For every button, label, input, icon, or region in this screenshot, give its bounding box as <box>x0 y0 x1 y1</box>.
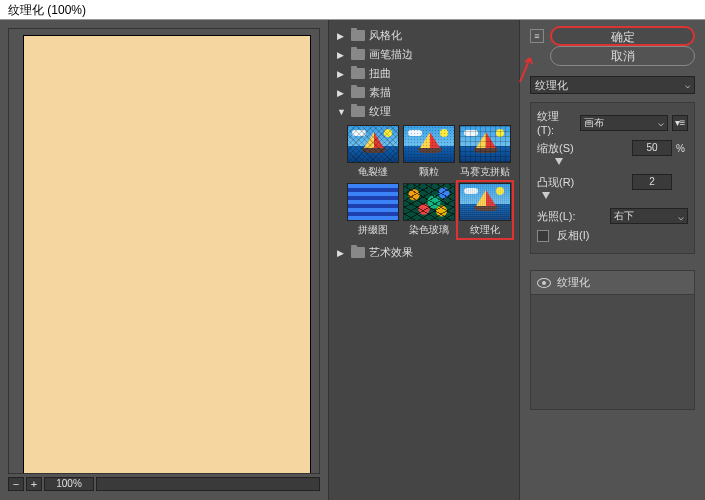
folder-icon <box>351 87 365 98</box>
relief-slider[interactable] <box>537 192 688 202</box>
chevron-down-icon: ⌵ <box>685 80 690 90</box>
category-sketch[interactable]: ▶素描 <box>333 83 515 102</box>
invert-label: 反相(I) <box>557 228 589 243</box>
texture-select[interactable]: 画布 ⌵ <box>580 115 668 131</box>
filter-select[interactable]: 纹理化 ⌵ <box>530 76 695 94</box>
folder-icon <box>351 247 365 258</box>
folder-icon <box>351 106 365 117</box>
main-area: − + 100% ▶风格化 ▶画笔描边 ▶扭曲 ▶素描 ▼纹理 龟裂缝 颗粒 马… <box>0 20 705 500</box>
thumb-label: 拼缀图 <box>347 223 399 237</box>
scale-label: 缩放(S) <box>537 141 628 156</box>
visibility-icon[interactable] <box>537 278 551 288</box>
relief-input[interactable]: 2 <box>632 174 672 190</box>
effect-layers: 纹理化 <box>530 270 695 410</box>
light-label: 光照(L): <box>537 209 606 224</box>
collapse-button[interactable]: ≡ <box>530 29 544 43</box>
zoom-level[interactable]: 100% <box>44 477 94 491</box>
filter-gallery: ▶风格化 ▶画笔描边 ▶扭曲 ▶素描 ▼纹理 龟裂缝 颗粒 马赛克拼贴 拼缀图 <box>328 20 520 500</box>
category-label: 扭曲 <box>369 66 391 81</box>
ok-button[interactable]: 确定 <box>550 26 695 46</box>
thumb-texturizer[interactable]: 纹理化 <box>459 183 511 237</box>
cancel-button[interactable]: 取消 <box>550 46 695 66</box>
preview-h-scrollbar[interactable] <box>96 477 320 491</box>
category-stylize[interactable]: ▶风格化 <box>333 26 515 45</box>
window-title: 纹理化 (100%) <box>0 0 705 20</box>
filter-select-value: 纹理化 <box>535 78 568 93</box>
texture-value: 画布 <box>584 116 604 130</box>
zoom-in-button[interactable]: + <box>26 477 42 491</box>
thumb-label: 马赛克拼贴 <box>459 165 511 179</box>
preview-viewport[interactable] <box>8 28 320 474</box>
thumb-grain[interactable]: 颗粒 <box>403 125 455 179</box>
folder-icon <box>351 49 365 60</box>
chevron-down-icon: ⌵ <box>658 117 664 128</box>
category-label: 纹理 <box>369 104 391 119</box>
scale-unit: % <box>676 143 688 154</box>
relief-label: 凸现(R) <box>537 175 628 190</box>
light-select[interactable]: 右下 ⌵ <box>610 208 688 224</box>
category-artistic[interactable]: ▶艺术效果 <box>333 243 515 262</box>
category-label: 画笔描边 <box>369 47 413 62</box>
layer-row[interactable]: 纹理化 <box>531 271 694 295</box>
texture-label: 纹理(T): <box>537 109 576 136</box>
folder-icon <box>351 30 365 41</box>
category-brush-strokes[interactable]: ▶画笔描边 <box>333 45 515 64</box>
filter-params: 纹理(T): 画布 ⌵ ▾≡ 缩放(S) 50 % 凸现(R) 2 光照(L): <box>530 102 695 254</box>
thumb-label: 颗粒 <box>403 165 455 179</box>
category-label: 艺术效果 <box>369 245 413 260</box>
scale-input[interactable]: 50 <box>632 140 672 156</box>
texture-menu-button[interactable]: ▾≡ <box>672 115 688 131</box>
thumb-mosaic-tiles[interactable]: 马赛克拼贴 <box>459 125 511 179</box>
category-texture[interactable]: ▼纹理 <box>333 102 515 121</box>
thumb-stained-glass[interactable]: 染色玻璃 <box>403 183 455 237</box>
controls-panel: ≡ 确定 取消 纹理化 ⌵ 纹理(T): 画布 ⌵ ▾≡ <box>520 20 705 500</box>
texture-thumbs: 龟裂缝 颗粒 马赛克拼贴 拼缀图 染色玻璃 纹理化 <box>333 121 515 243</box>
invert-checkbox[interactable] <box>537 230 549 242</box>
thumb-label: 龟裂缝 <box>347 165 399 179</box>
category-label: 素描 <box>369 85 391 100</box>
layer-name: 纹理化 <box>557 275 590 290</box>
thumb-label: 染色玻璃 <box>403 223 455 237</box>
thumb-craquelure[interactable]: 龟裂缝 <box>347 125 399 179</box>
preview-panel: − + 100% <box>0 20 328 500</box>
zoom-out-button[interactable]: − <box>8 477 24 491</box>
category-label: 风格化 <box>369 28 402 43</box>
thumb-label: 纹理化 <box>459 223 511 237</box>
chevron-down-icon: ⌵ <box>678 211 684 222</box>
scale-slider[interactable] <box>537 158 688 168</box>
preview-canvas <box>23 35 311 474</box>
category-distort[interactable]: ▶扭曲 <box>333 64 515 83</box>
folder-icon <box>351 68 365 79</box>
light-value: 右下 <box>614 209 634 223</box>
thumb-patchwork[interactable]: 拼缀图 <box>347 183 399 237</box>
